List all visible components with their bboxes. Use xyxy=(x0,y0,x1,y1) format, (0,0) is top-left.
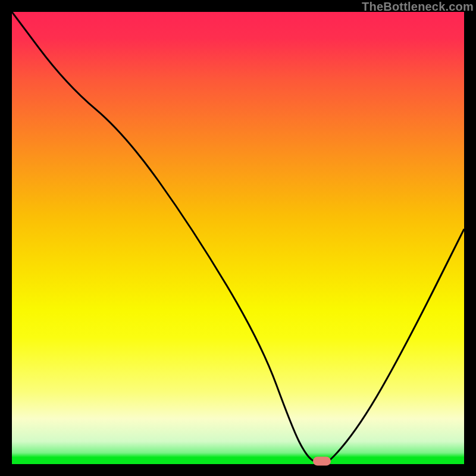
optimal-marker xyxy=(313,456,331,465)
watermark-text: TheBottleneck.com xyxy=(362,0,474,13)
curve-layer xyxy=(12,12,464,464)
plot-area xyxy=(12,12,464,464)
bottleneck-curve xyxy=(12,12,464,464)
